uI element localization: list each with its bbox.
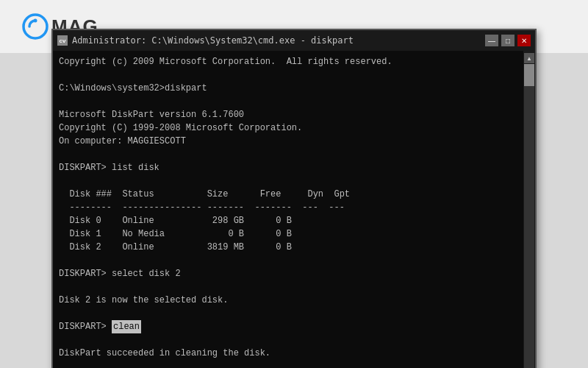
cmd-line-4: Copyright (C) 1999-2008 Microsoft Corpor…: [59, 121, 517, 135]
cmd-line-blank-2: [59, 95, 517, 108]
close-button[interactable]: ✕: [517, 35, 531, 46]
cmd-controls: — □ ✕: [485, 35, 531, 46]
cmd-titlebar: cv Administrator: C:\Windows\System32\cm…: [53, 30, 535, 51]
cmd-scrollbar[interactable]: ▲ ▼: [523, 51, 535, 368]
cmd-line-9: DISKPART> clean: [59, 320, 517, 333]
cmd-line-8: Disk 2 is now the selected disk.: [59, 294, 517, 307]
minimize-button[interactable]: —: [485, 35, 498, 46]
cmd-line-blank-5: [59, 254, 517, 267]
cmd-line-disk0: Disk 0 Online 298 GB 0 B: [59, 214, 517, 227]
cmd-content: Copyright (c) 2009 Microsoft Corporation…: [53, 51, 523, 368]
cmd-line-table-sep: -------- --------------- ------- -------…: [59, 201, 517, 214]
scroll-up-arrow[interactable]: ▲: [524, 53, 534, 63]
cmd-line-blank-9: [59, 360, 517, 368]
cmd-line-blank-4: [59, 174, 517, 188]
cmd-line-disk1: Disk 1 No Media 0 B 0 B: [59, 227, 517, 241]
cmd-icon-text: cv: [60, 38, 66, 44]
highlighted-command: clean: [112, 320, 141, 333]
cmd-line-5: On computer: MAGGIESCOTT: [59, 135, 517, 148]
cmd-line-3: Microsoft DiskPart version 6.1.7600: [59, 108, 517, 121]
cmd-line-10: DiskPart succeeded in cleaning the disk.: [59, 347, 517, 360]
maximize-button[interactable]: □: [501, 35, 514, 46]
scrollbar-track[interactable]: [524, 64, 534, 368]
cmd-line-blank-8: [59, 333, 517, 347]
cmd-line-table-header: Disk ### Status Size Free Dyn Gpt: [59, 188, 517, 201]
cmd-body: Copyright (c) 2009 Microsoft Corporation…: [53, 51, 535, 368]
cmd-line-blank-1: [59, 68, 517, 82]
scrollbar-thumb[interactable]: [524, 64, 534, 86]
cmd-line-blank-6: [59, 280, 517, 294]
cmd-line-2: C:\Windows\system32>diskpart: [59, 82, 517, 95]
svg-point-1: [34, 19, 37, 23]
cmd-line-1: Copyright (c) 2009 Microsoft Corporation…: [59, 55, 517, 68]
cmd-line-disk2: Disk 2 Online 3819 MB 0 B: [59, 241, 517, 254]
main-area: cv Administrator: C:\Windows\System32\cm…: [0, 53, 588, 368]
cmd-icon: cv: [57, 35, 68, 46]
cmd-line-blank-3: [59, 148, 517, 161]
logo-icon: [22, 13, 49, 40]
cmd-line-6: DISKPART> list disk: [59, 161, 517, 174]
svg-point-0: [24, 15, 47, 38]
cmd-line-7: DISKPART> select disk 2: [59, 267, 517, 280]
cmd-title-text: Administrator: C:\Windows\System32\cmd.e…: [72, 35, 354, 46]
cmd-window: cv Administrator: C:\Windows\System32\cm…: [51, 29, 537, 368]
cmd-title-left: cv Administrator: C:\Windows\System32\cm…: [57, 35, 354, 46]
cmd-line-blank-7: [59, 307, 517, 320]
